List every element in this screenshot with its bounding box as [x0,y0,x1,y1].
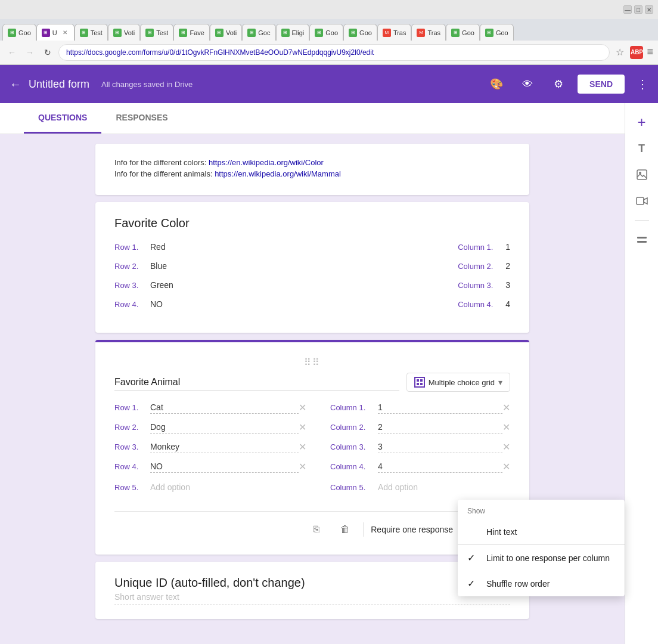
animal-row-1: Row 1. ✕ [114,401,306,414]
add-title-button[interactable]: T [630,137,654,160]
add-row-option[interactable]: Add option [150,480,190,494]
browser-tab-1[interactable]: ⊞ Goo [2,24,36,41]
color-col-1-label: Column 1. [458,243,505,252]
animal-row-3-delete[interactable]: ✕ [299,441,306,453]
animal-row-5-label: Row 5. [114,483,150,492]
color-wiki-link[interactable]: https://en.wikipedia.org/wiki/Color [209,158,324,167]
animal-col-1-delete[interactable]: ✕ [502,402,510,413]
more-options-button[interactable]: ⋮ [637,77,648,91]
tab-favicon-2: ⊞ [42,29,50,37]
browser-tab-14[interactable]: ⊞ Goo [446,24,480,41]
animal-col-5-add: Column 5. Add option [318,480,510,494]
tab-responses[interactable]: RESPONSES [101,103,182,134]
copy-button[interactable]: ⎘ [306,519,327,540]
send-button[interactable]: SEND [578,75,625,94]
color-col-4-value: 4 [505,299,510,309]
tab-questions[interactable]: QUESTIONS [24,103,101,134]
preview-button[interactable]: 👁 [516,72,539,96]
adblock-button[interactable]: ABP [630,46,643,59]
color-col-2-value: 2 [505,261,510,271]
tab-label-8: Goc [258,29,270,36]
animal-row-2-input[interactable] [150,421,299,434]
add-col-option[interactable]: Add option [378,480,418,494]
shuffle-order-menu-item[interactable]: ✓ Shuffle row order [458,571,625,596]
minimize-button[interactable]: — [623,5,632,14]
color-col-3-value: 3 [505,280,510,290]
drag-handle-icon: ⠿⠿ [304,357,321,367]
delete-button[interactable]: 🗑 [334,519,356,540]
back-nav-button[interactable]: ← [5,45,19,60]
tab-label-10: Goo [325,29,338,36]
browser-tab-8[interactable]: ⊞ Goc [242,24,275,41]
add-image-button[interactable] [630,163,654,187]
tab-label-4: Voti [124,29,135,36]
mammal-wiki-link[interactable]: https://en.wikipedia.org/wiki/Mammal [215,169,341,178]
bookmark-star-icon[interactable]: ☆ [616,47,624,58]
add-video-button[interactable] [630,189,654,213]
animal-col-1-input[interactable] [378,401,502,414]
color-col-1-value: 1 [505,242,510,252]
animal-col-2-delete[interactable]: ✕ [502,422,510,433]
require-response-label: Require one response [371,525,453,534]
browser-tab-15[interactable]: ⊞ Goo [480,24,514,41]
forward-nav-button[interactable]: → [23,45,37,60]
browser-tab-4[interactable]: ⊞ Voti [108,24,140,41]
browser-tab-6[interactable]: ⊞ Fave [173,24,209,41]
animal-col-3-input[interactable] [378,441,502,453]
browser-tab-13[interactable]: M Tras [411,24,446,41]
svg-rect-0 [637,170,647,179]
browser-tab-9[interactable]: ⊞ Eligi [276,24,310,41]
browser-tab-5[interactable]: ⊞ Test [140,24,173,41]
add-section-button[interactable] [630,228,654,252]
animal-row-1-delete[interactable]: ✕ [299,402,306,413]
svg-rect-2 [637,197,644,205]
card-toolbar: ⎘ 🗑 Require one response ⋮ [114,511,510,540]
animal-col-3: Column 3. ✕ [318,441,510,453]
browser-tab-7[interactable]: ⊞ Voti [210,24,242,41]
animal-col-3-delete[interactable]: ✕ [502,441,510,453]
page-title: Untitled form [29,78,89,91]
info-line-2: Info for the different animals: https://… [114,169,510,178]
tab-close-2[interactable]: ✕ [61,29,69,37]
browser-tab-2[interactable]: ⊞ U ✕ [36,24,75,41]
back-button[interactable]: ← [10,78,21,91]
question-type-selector[interactable]: Multiple choice grid ▾ [406,373,510,392]
animal-col-2-input[interactable] [378,421,502,434]
tab-label-7: Voti [226,29,237,36]
unique-id-hint: Short answer text [114,592,510,605]
animal-row-2-delete[interactable]: ✕ [299,422,306,433]
address-input[interactable] [58,44,610,61]
animal-row-4-delete[interactable]: ✕ [299,461,306,472]
maximize-button[interactable]: □ [634,5,643,14]
hint-text-menu-item[interactable]: ✓ Hint text [458,519,625,544]
settings-button[interactable]: ⚙ [547,72,570,96]
limit-response-check: ✓ [467,552,479,564]
limit-response-menu-item[interactable]: ✓ Limit to one response per column [458,545,625,571]
question-type-label: Multiple choice grid [429,378,495,387]
info-card: Info for the different colors: https://e… [95,144,529,195]
browser-tab-10[interactable]: ⊞ Goo [309,24,343,41]
close-button[interactable]: ✕ [645,5,653,14]
reload-button[interactable]: ↻ [41,45,55,60]
browser-tab-12[interactable]: M Tras [377,24,412,41]
animal-col-4-delete[interactable]: ✕ [502,461,510,472]
add-question-button[interactable]: + [630,110,654,134]
animal-question-input[interactable] [114,374,399,391]
browser-tab-3[interactable]: ⊞ Test [75,24,108,41]
palette-button[interactable]: 🎨 [485,72,508,96]
color-row-4: Row 4. NO Column 4. 4 [114,299,510,309]
tab-favicon-9: ⊞ [281,29,290,37]
animal-row-4-input[interactable] [150,460,299,473]
browser-tab-11[interactable]: ⊞ Goo [343,24,377,41]
animal-col-4-input[interactable] [378,460,502,473]
animal-row-1-input[interactable] [150,401,299,414]
tab-favicon-8: ⊞ [247,29,256,37]
tab-label-11: Goo [359,29,372,36]
autosave-status: All changes saved in Drive [101,80,193,89]
tab-label-15: Goo [496,29,508,36]
tab-label-5: Test [156,29,168,36]
animal-row-1-label: Row 1. [114,403,150,412]
animal-row-3-input[interactable] [150,441,299,453]
tab-favicon-1: ⊞ [8,29,16,37]
browser-menu-button[interactable]: ≡ [647,46,653,58]
